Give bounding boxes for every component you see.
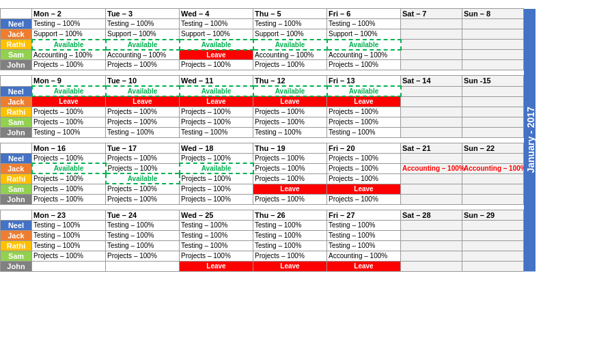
cell-neel-1: Testing – 100%	[106, 19, 180, 29]
cell-sam-6	[462, 50, 524, 60]
day-header: Tue – 24	[106, 210, 180, 220]
cell-rathi-4: Available	[327, 40, 401, 50]
day-header: Thu – 12	[253, 76, 327, 87]
cell-sam-4: Accounting – 100%	[327, 251, 401, 261]
cell-john-5	[401, 127, 462, 137]
cell-neel-6	[462, 153, 524, 163]
cell-john-1: Testing – 100%	[106, 127, 180, 137]
cell-john-2: Leave	[180, 261, 253, 271]
day-header: Tue – 17	[106, 143, 180, 153]
cell-neel-2: Available	[180, 86, 253, 96]
cell-jack-0: Leave	[32, 96, 106, 107]
cell-neel-6	[462, 19, 524, 29]
day-header: Fri – 27	[327, 210, 401, 220]
cell-john-0	[32, 261, 106, 271]
day-header: Thu – 5	[253, 9, 327, 19]
cell-john-3: Projects – 100%	[253, 194, 327, 204]
cell-neel-2: Testing – 100%	[180, 19, 253, 29]
capacity-table: Mon – 2Tue – 3Wed – 4Thu – 5Fri – 6Sat –…	[0, 8, 612, 272]
cell-neel-5	[401, 19, 462, 29]
person-name-jack: Jack	[1, 29, 32, 40]
day-header: Tue – 3	[106, 9, 180, 19]
cell-jack-5: Accounting – 100%	[401, 163, 462, 173]
day-header: Sun – 22	[462, 143, 524, 153]
day-header: Fri – 20	[327, 143, 401, 153]
cell-sam-2: Leave	[180, 50, 253, 60]
cell-neel-2: Projects – 100%	[180, 153, 253, 163]
cell-neel-0: Available	[32, 86, 106, 96]
day-header: Sun -15	[462, 76, 524, 87]
day-header: Wed – 25	[180, 210, 253, 220]
cell-jack-4: Testing – 100%	[327, 230, 401, 240]
day-header: Fri – 6	[327, 9, 401, 19]
cell-sam-3: Leave	[253, 184, 327, 194]
cell-neel-3: Testing – 100%	[253, 19, 327, 29]
cell-sam-3: Projects – 100%	[253, 117, 327, 127]
day-header: Sun – 29	[462, 210, 524, 220]
day-header: Fri – 13	[327, 76, 401, 87]
sidebar-label: January - 2017	[524, 9, 536, 272]
cell-neel-3: Projects – 100%	[253, 153, 327, 163]
cell-john-1: Projects – 100%	[106, 60, 180, 70]
day-header: Sat – 21	[401, 143, 462, 153]
cell-jack-3: Projects – 100%	[253, 163, 327, 173]
cell-john-6	[462, 127, 524, 137]
cell-john-6	[462, 60, 524, 70]
cell-rathi-5	[401, 173, 462, 184]
cell-john-0: Projects – 100%	[32, 60, 106, 70]
person-name-jack: Jack	[1, 163, 32, 173]
cell-rathi-5	[401, 240, 462, 251]
cell-john-5	[401, 60, 462, 70]
day-header: Tue – 10	[106, 76, 180, 87]
cell-jack-4: Support – 100%	[327, 29, 401, 40]
cell-sam-6	[462, 184, 524, 194]
cell-john-3: Leave	[253, 261, 327, 271]
cell-rathi-3: Projects – 100%	[253, 173, 327, 184]
cell-jack-1: Testing – 100%	[106, 230, 180, 240]
person-name-sam: Sam	[1, 184, 32, 194]
cell-rathi-6	[462, 107, 524, 117]
cell-sam-4: Accounting – 100%	[327, 50, 401, 60]
cell-neel-1: Available	[106, 86, 180, 96]
cell-john-4: Testing – 100%	[327, 127, 401, 137]
day-header: Thu – 19	[253, 143, 327, 153]
day-header: Mon – 16	[32, 143, 106, 153]
page-title	[0, 0, 612, 8]
cell-jack-4: Leave	[327, 96, 401, 107]
cell-neel-1: Testing – 100%	[106, 220, 180, 230]
cell-jack-3: Support – 100%	[253, 29, 327, 40]
cell-neel-5	[401, 86, 462, 96]
person-name-john: John	[1, 127, 32, 137]
cell-sam-2: Projects – 100%	[180, 184, 253, 194]
cell-jack-4: Projects – 100%	[327, 163, 401, 173]
cell-john-2: Projects – 100%	[180, 60, 253, 70]
cell-neel-3: Testing – 100%	[253, 220, 327, 230]
cell-sam-0: Projects – 100%	[32, 117, 106, 127]
cell-rathi-0: Projects – 100%	[32, 107, 106, 117]
cell-jack-5	[401, 230, 462, 240]
cell-rathi-6	[462, 40, 524, 50]
cell-john-5	[401, 194, 462, 204]
cell-john-1	[106, 261, 180, 271]
cell-jack-3: Leave	[253, 96, 327, 107]
cell-sam-2: Projects – 100%	[180, 117, 253, 127]
person-name-john: John	[1, 60, 32, 70]
day-header: Thu – 26	[253, 210, 327, 220]
person-name-neel: Neel	[1, 220, 32, 230]
cell-jack-0: Testing – 100%	[32, 230, 106, 240]
cell-neel-5	[401, 220, 462, 230]
cell-jack-6	[462, 96, 524, 107]
cell-rathi-2: Testing – 100%	[180, 240, 253, 251]
cell-jack-1: Leave	[106, 96, 180, 107]
cell-sam-6	[462, 117, 524, 127]
cell-jack-2: Testing – 100%	[180, 230, 253, 240]
cell-rathi-1: Available	[106, 173, 180, 184]
cell-rathi-1: Testing – 100%	[106, 240, 180, 251]
cell-neel-3: Available	[253, 86, 327, 96]
cell-john-3: Testing – 100%	[253, 127, 327, 137]
cell-jack-6	[462, 230, 524, 240]
cell-sam-0: Projects – 100%	[32, 251, 106, 261]
day-header: Sat – 28	[401, 210, 462, 220]
cell-sam-0: Accounting – 100%	[32, 50, 106, 60]
cell-jack-2: Support – 100%	[180, 29, 253, 40]
